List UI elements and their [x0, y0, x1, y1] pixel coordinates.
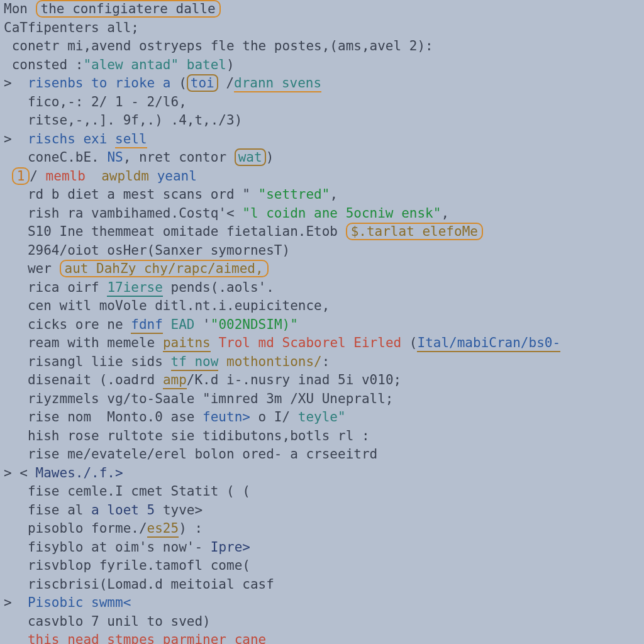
- code-line: disenait (.oadrd amp/K.d i-.nusry inad 5…: [4, 371, 644, 390]
- code-token: ): [266, 150, 274, 165]
- code-line: pisoblo forme./es25) :: [4, 519, 644, 538]
- code-token: , nret contor: [123, 150, 235, 165]
- code-line: fise al a loet 5 tyve>: [4, 501, 644, 520]
- code-line: rd b diet a mest scans ord " "settred",: [4, 186, 644, 204]
- code-token: awpldm: [101, 169, 149, 184]
- code-token: wat: [235, 148, 266, 166]
- code-token: S10 Ine themmeat omitade fietalian.Etob: [4, 224, 346, 239]
- code-token: /K.d i-.nusry inad 5i v010;: [187, 372, 401, 387]
- code-token: EAD: [171, 317, 195, 332]
- code-token: rise nom Monto.0 ase: [4, 409, 203, 425]
- code-token: >: [4, 595, 28, 610]
- code-token: 1: [12, 167, 30, 185]
- code-token: amp: [163, 372, 187, 389]
- code-token: disenait (.oadrd: [4, 372, 163, 387]
- code-token: yeanl: [157, 169, 197, 184]
- code-token: conetr mi,avend ostryeps fle the postes,…: [4, 38, 433, 53]
- code-token: cicks ore ne: [4, 317, 131, 332]
- code-line: > rischs exi sell: [4, 130, 644, 149]
- code-token: >: [4, 131, 28, 147]
- code-token: fisyblo at oim's now'-: [4, 540, 211, 555]
- code-token: teyle": [298, 409, 346, 425]
- code-token: tyve>: [155, 502, 203, 518]
- code-token: ': [194, 317, 210, 332]
- code-line: rise nom Monto.0 ase feutn> o I/ teyle": [4, 408, 644, 427]
- code-token: the configiatere dalle: [36, 0, 221, 18]
- code-line: 1/ memlb awpldm yeanl: [4, 167, 644, 186]
- code-token: cen witl moVole ditl.nt.i.eupicitence,: [4, 298, 330, 313]
- code-line: ream with memele paitns Trol md Scaborel…: [4, 334, 644, 353]
- code-line: > Pisobic swmm<: [4, 594, 644, 613]
- code-token: fdnf: [131, 317, 163, 334]
- code-token: rd b diet a mest scans ord ": [4, 187, 258, 202]
- code-token: sell: [115, 131, 147, 148]
- code-token: >: [4, 75, 28, 91]
- code-token: (: [171, 75, 187, 91]
- code-line: cicks ore ne fdnf EAD '"002NDSIM)": [4, 316, 644, 335]
- code-token: Mon: [4, 1, 36, 16]
- code-line: fico,-: 2/ 1 - 2/l6,: [4, 93, 644, 112]
- code-line: risvblop fyrile.tamofl come(: [4, 557, 644, 575]
- code-line: rise me/evatele/erel bolon ored- a crsee…: [4, 445, 644, 464]
- code-editor-view[interactable]: Mon the configiatere dalleCaTfipenters a…: [0, 0, 644, 644]
- code-token: ): [226, 57, 235, 72]
- code-token: [86, 169, 101, 184]
- code-token: CaTfipenters all;: [4, 20, 139, 35]
- code-token: > <: [4, 465, 36, 480]
- code-token: ,: [330, 187, 338, 202]
- code-line: this nead stmpes parminer cane: [4, 631, 644, 644]
- code-line: riyzmmels vg/to-Saale "imnred 3m /XU Une…: [4, 390, 644, 409]
- code-token: rischs exi: [28, 131, 115, 147]
- code-token: ) :: [179, 521, 203, 536]
- code-token: "l coidn ane 5ocniw ensk": [242, 206, 441, 221]
- code-token: (: [401, 335, 417, 350]
- code-token: toi: [187, 74, 218, 92]
- code-token: fico,-: 2/ 1 - 2/l6,: [4, 94, 187, 109]
- code-token: coneC.bE.: [4, 150, 107, 165]
- code-line: rish ra vambihamed.Costq'< "l coidn ane …: [4, 204, 644, 223]
- code-token: rise me/evatele/erel bolon ored- a crsee…: [4, 447, 377, 462]
- code-line: > < Mawes./.f.>: [4, 464, 644, 483]
- code-token: [149, 169, 157, 184]
- code-token: Trol md Scaborel Eirled: [218, 335, 401, 350]
- code-token: 2964/oiot osHer(Sanxer symornesT): [4, 243, 290, 258]
- code-line: rica oirf 17ierse pends(.aols'.: [4, 279, 644, 297]
- code-token: :: [322, 354, 330, 369]
- code-token: rica oirf: [4, 280, 107, 295]
- code-token: ritse,-,.]. 9f,.) .4,t,./3): [4, 113, 242, 128]
- code-token: [4, 169, 12, 184]
- code-token: a loet 5: [91, 502, 155, 518]
- code-line: risangl liie sids tf now mothontions/:: [4, 353, 644, 372]
- code-token: paitns: [163, 335, 211, 352]
- code-line: cen witl moVole ditl.nt.i.eupicitence,: [4, 297, 644, 316]
- code-token: [4, 632, 28, 644]
- code-line: 2964/oiot osHer(Sanxer symornesT): [4, 242, 644, 260]
- code-line: conetr mi,avend ostryeps fle the postes,…: [4, 37, 644, 56]
- code-token: mothontions/: [226, 354, 322, 369]
- code-token: risenbs to rioke a: [28, 75, 171, 91]
- code-token: es25: [147, 521, 179, 538]
- code-line: coneC.bE. NS, nret contor wat): [4, 148, 644, 167]
- code-token: this nead stmpes parminer cane: [28, 632, 266, 644]
- code-token: pends(.aols'.: [163, 280, 274, 295]
- code-token: fise cemle.I cmet Statit ( (: [4, 484, 250, 499]
- code-token: Pisobic swmm<: [28, 595, 131, 610]
- code-token: $.tarlat elefoMe: [346, 223, 483, 240]
- code-line: > risenbs to rioke a (toi /drann svens: [4, 74, 644, 93]
- code-token: risvblop fyrile.tamofl come(: [4, 558, 250, 573]
- code-token: risangl liie sids: [4, 354, 171, 369]
- code-token: fise al: [4, 502, 91, 518]
- code-line: consted :"alew antad" batel): [4, 56, 644, 75]
- code-token: "002NDSIM)": [211, 317, 298, 332]
- code-token: /: [218, 75, 234, 91]
- code-token: o I/: [250, 409, 298, 425]
- code-token: Mawes./.f.>: [36, 465, 123, 480]
- code-token: riscbrisi(Lomad.d meitoial casf: [4, 577, 274, 592]
- code-line: ritse,-,.]. 9f,.) .4,t,./3): [4, 111, 644, 130]
- code-token: casvblo 7 unil to sved): [4, 614, 211, 629]
- code-line: fisyblo at oim's now'- Ipre>: [4, 538, 644, 557]
- code-token: feutn>: [203, 409, 250, 425]
- code-token: /: [30, 169, 45, 184]
- code-line: S10 Ine themmeat omitade fietalian.Etob …: [4, 223, 644, 242]
- code-line: riscbrisi(Lomad.d meitoial casf: [4, 575, 644, 594]
